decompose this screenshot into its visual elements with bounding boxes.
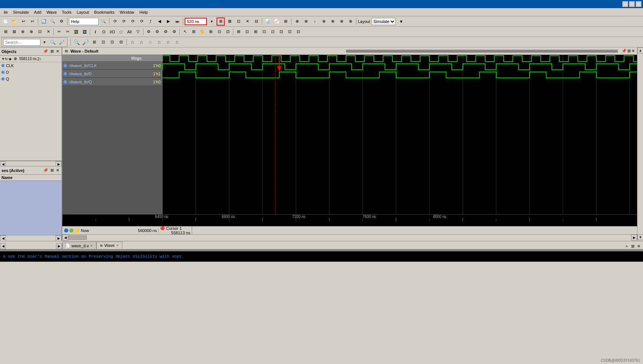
tb3-magnifier[interactable]: 🔍 bbox=[49, 38, 57, 46]
tb3-search-down[interactable]: ▼ bbox=[41, 39, 48, 46]
wave-pin[interactable]: 📌 bbox=[621, 49, 627, 53]
tb-search[interactable]: 🔍 bbox=[49, 17, 57, 26]
menu-bookmarks[interactable]: Bookmarks bbox=[92, 9, 117, 15]
waves-panel[interactable] bbox=[162, 55, 637, 214]
tab-wave-close[interactable]: ✕ bbox=[116, 244, 119, 247]
tb-new[interactable]: 📄 bbox=[1, 17, 10, 26]
names-row-clk[interactable]: /dwave_tb/CLK bbox=[62, 62, 129, 70]
tb-zoom4[interactable]: ✕ bbox=[243, 17, 251, 26]
tb-r3[interactable]: ↑ bbox=[311, 17, 319, 26]
tb2-measure[interactable]: ⊞ bbox=[207, 28, 215, 36]
tb2-align4[interactable]: ⊡ bbox=[260, 28, 268, 36]
tb2-align8[interactable]: ⊡ bbox=[294, 28, 302, 36]
lp-scroll-track[interactable] bbox=[6, 243, 56, 249]
tb-zoom3[interactable]: ⊡ bbox=[234, 17, 243, 26]
tb2-img2[interactable]: 🖼 bbox=[80, 28, 89, 36]
tb-zoom5[interactable]: ⊟ bbox=[252, 17, 260, 26]
tb-sim2[interactable]: ⟳ bbox=[120, 17, 128, 26]
menu-tools[interactable]: Tools bbox=[60, 9, 74, 15]
tb2-gear4[interactable]: ⚙ bbox=[170, 28, 178, 36]
tb-r6[interactable]: ⊕ bbox=[337, 17, 346, 26]
tb2-o[interactable]: O bbox=[100, 28, 108, 36]
menu-wave[interactable]: Wave bbox=[44, 9, 59, 15]
tb2-all[interactable]: All bbox=[125, 28, 133, 36]
tb2-2[interactable]: ⊠ bbox=[10, 28, 18, 36]
tab-ctrl-1[interactable]: + bbox=[624, 243, 630, 249]
tb3-pulse5[interactable]: ⎍ bbox=[164, 38, 172, 46]
objects-pin[interactable]: 📌 bbox=[42, 49, 49, 54]
objects-hscroll[interactable]: ◀ ▶ bbox=[0, 161, 62, 166]
names-row-d[interactable]: /dwave_tb/D bbox=[62, 70, 129, 78]
status-icon1[interactable]: 🔵 bbox=[64, 228, 68, 232]
ses-hscroll[interactable]: ◀ ▶ bbox=[0, 235, 62, 240]
tb2-filter[interactable]: ▽ bbox=[134, 28, 142, 36]
tb3-pulse6[interactable]: ⎍ bbox=[173, 38, 181, 46]
tb-wave1[interactable]: 📊 bbox=[264, 17, 272, 26]
tb2-img[interactable]: 🖼 bbox=[72, 28, 80, 36]
wave-float[interactable]: ⊞ bbox=[627, 49, 631, 53]
objects-close[interactable]: ✕ bbox=[55, 49, 60, 54]
tb2-cursor[interactable]: ↖ bbox=[181, 28, 189, 36]
menu-simulate[interactable]: Simulate bbox=[11, 9, 31, 15]
tb2-i[interactable]: I bbox=[91, 28, 99, 36]
tb-help-go[interactable]: 🔍 bbox=[99, 17, 108, 26]
tb2-cut2[interactable]: ✂ bbox=[63, 28, 72, 36]
ses-pin[interactable]: 📌 bbox=[42, 168, 49, 173]
wave-vscroll-down[interactable]: ▼ bbox=[637, 234, 643, 240]
tb2-align2[interactable]: ⊡ bbox=[243, 28, 251, 36]
close-button[interactable]: ✕ bbox=[636, 1, 642, 7]
ses-scroll-left[interactable]: ◀ bbox=[0, 235, 6, 241]
tb2-gear3[interactable]: ⚙ bbox=[162, 28, 170, 36]
wave-scroll-track[interactable] bbox=[68, 235, 631, 240]
objects-float[interactable]: ⊞ bbox=[50, 49, 55, 54]
tb2-gear2[interactable]: ⚙ bbox=[153, 28, 161, 36]
ses-close[interactable]: ✕ bbox=[55, 168, 60, 173]
tb2-m3[interactable]: ⊡ bbox=[224, 28, 232, 36]
tb2-1[interactable]: ⊞ bbox=[1, 28, 10, 36]
tb-r5[interactable]: ⊕ bbox=[329, 17, 337, 26]
tb3-zoom-sel2[interactable]: ⊡ bbox=[108, 38, 116, 46]
tb3-pulse2[interactable]: ⎍ bbox=[137, 38, 145, 46]
lp-scroll-right[interactable]: ▶ bbox=[56, 243, 62, 249]
tb-r4[interactable]: ⊕ bbox=[320, 17, 328, 26]
tb3-pulse1[interactable]: ⎍ bbox=[128, 38, 136, 46]
signal-d[interactable]: D bbox=[0, 69, 62, 76]
layout-arrow[interactable]: ▼ bbox=[397, 17, 405, 26]
wave-hscroll-top[interactable] bbox=[346, 50, 618, 53]
tb3-pulse4[interactable]: ⎍ bbox=[155, 38, 163, 46]
tb-wave3[interactable]: ⊞ bbox=[281, 17, 290, 26]
tb2-align7[interactable]: ⊡ bbox=[286, 28, 294, 36]
menu-layout[interactable]: Layout bbox=[75, 9, 91, 15]
names-row-q[interactable]: /dwave_tb/Q ▶ bbox=[62, 78, 129, 86]
objects-scroll-track[interactable] bbox=[6, 161, 56, 166]
menu-window[interactable]: Window bbox=[118, 9, 136, 15]
tb2-m2[interactable]: ⊡ bbox=[215, 28, 223, 36]
tb2-zoom-rect[interactable]: ⊞ bbox=[189, 28, 198, 36]
tb-r7[interactable]: ⊕ bbox=[346, 17, 355, 26]
menu-file[interactable]: ile bbox=[1, 9, 10, 15]
wave-vscroll-track[interactable] bbox=[637, 53, 643, 234]
tb-undo1[interactable]: ↩ bbox=[19, 17, 27, 26]
tb-zoom-marker[interactable]: ⊞ ↓ bbox=[217, 17, 225, 26]
layout-select[interactable]: Simulate bbox=[372, 18, 396, 25]
tb-open[interactable]: 📂 bbox=[10, 17, 19, 26]
tb2-align3[interactable]: ⊞ bbox=[251, 28, 260, 36]
signal-clk[interactable]: CLK bbox=[0, 62, 62, 69]
tb3-zoom-sel[interactable]: ⊡ bbox=[99, 38, 107, 46]
tb2-cut[interactable]: ✂ bbox=[55, 28, 63, 36]
tb2-io[interactable]: I/O bbox=[108, 28, 116, 36]
help-input[interactable] bbox=[69, 18, 99, 25]
status-icon2[interactable]: 🟢 bbox=[69, 228, 73, 232]
tb3-zoom-in[interactable]: 🔍 bbox=[72, 38, 80, 46]
tb2-align6[interactable]: ⊡ bbox=[277, 28, 285, 36]
tb3-search[interactable] bbox=[3, 39, 40, 46]
tb2-box[interactable]: □ bbox=[117, 28, 125, 36]
tb-time-unit[interactable]: ▼ bbox=[208, 17, 216, 26]
wave-hscroll[interactable]: ◀ ▶ bbox=[62, 234, 637, 240]
tab-wave[interactable]: ≋ Wave ✕ bbox=[96, 242, 122, 249]
tb-zoom2[interactable]: ⊠ bbox=[225, 17, 234, 26]
wave-scroll-left[interactable]: ◀ bbox=[62, 235, 68, 241]
tb3-zoom-full[interactable]: ⊞ bbox=[90, 38, 98, 46]
time-input[interactable] bbox=[185, 18, 207, 25]
ses-float[interactable]: ⊞ bbox=[50, 168, 55, 173]
